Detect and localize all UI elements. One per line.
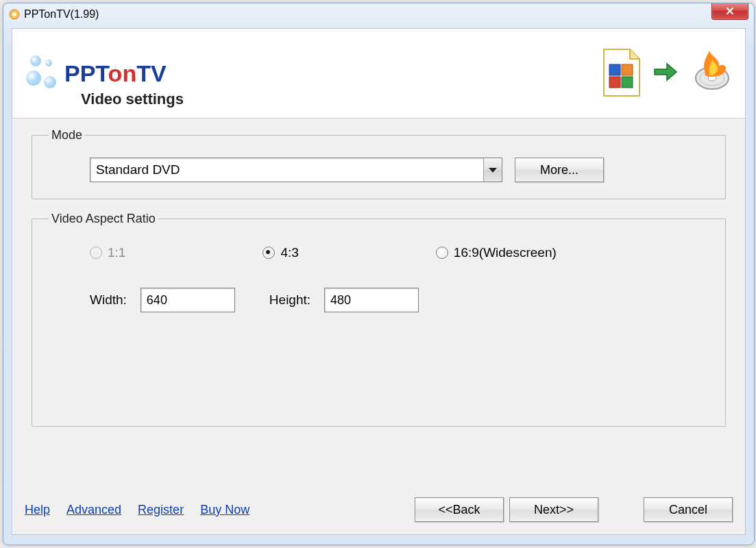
advanced-link[interactable]: Advanced <box>66 503 121 517</box>
app-icon <box>9 9 20 20</box>
footer-links: Help Advanced Register Buy Now <box>25 503 249 517</box>
svg-rect-2 <box>609 64 620 75</box>
height-label: Height: <box>269 292 310 308</box>
aspect-option-label: 1:1 <box>108 245 125 260</box>
mode-group: Mode Standard DVD More... <box>32 128 726 199</box>
mode-selected-value: Standard DVD <box>90 162 483 177</box>
aspect-option-label: 4:3 <box>280 245 298 260</box>
chevron-down-icon[interactable] <box>483 158 502 182</box>
aspect-legend: Video Aspect Ratio <box>49 212 158 226</box>
width-input[interactable] <box>141 288 235 312</box>
window-title: PPTonTV(1.99) <box>24 8 99 21</box>
app-window: PPTonTV(1.99) PPTonTV Video settings <box>3 3 755 545</box>
nav-buttons: <<Back Next>> Cancel <box>415 497 733 522</box>
mode-combobox[interactable]: Standard DVD <box>90 158 502 182</box>
width-label: Width: <box>90 292 127 308</box>
close-icon <box>725 6 735 16</box>
header-icons <box>600 48 731 99</box>
burn-disc-icon <box>689 48 731 99</box>
back-button[interactable]: <<Back <box>415 497 504 522</box>
client-area: PPTonTV Video settings <box>12 28 746 535</box>
titlebar[interactable]: PPTonTV(1.99) <box>3 3 754 25</box>
cancel-button[interactable]: Cancel <box>644 497 733 522</box>
bottom-bar: Help Advanced Register Buy Now <<Back Ne… <box>25 497 733 522</box>
logo-area: PPTonTV <box>26 53 167 94</box>
app-name: PPTonTV <box>64 60 167 87</box>
next-button[interactable]: Next>> <box>509 497 598 522</box>
aspect-option-16-9[interactable]: 16:9(Widescreen) <box>436 245 557 260</box>
close-button[interactable] <box>711 3 748 20</box>
bubbles-icon <box>26 53 60 94</box>
svg-rect-4 <box>609 77 620 88</box>
powerpoint-file-icon <box>600 48 642 99</box>
aspect-option-label: 16:9(Widescreen) <box>454 245 557 260</box>
register-link[interactable]: Register <box>138 503 184 517</box>
logo-tv: TV <box>136 60 166 86</box>
more-button[interactable]: More... <box>515 158 604 182</box>
header-band: PPTonTV Video settings <box>12 29 745 119</box>
height-input[interactable] <box>324 288 419 312</box>
svg-point-1 <box>12 12 16 16</box>
buy-now-link[interactable]: Buy Now <box>200 503 249 517</box>
arrow-right-icon <box>653 62 678 85</box>
mode-legend: Mode <box>49 128 85 142</box>
logo-on: on <box>108 60 137 86</box>
aspect-option-4-3[interactable]: 4:3 <box>263 245 298 260</box>
help-link[interactable]: Help <box>25 503 50 517</box>
aspect-ratio-group: Video Aspect Ratio 1:1 4:3 16:9(Widescre… <box>32 212 726 427</box>
radio-icon <box>436 247 448 259</box>
radio-icon <box>90 247 102 259</box>
radio-icon <box>263 247 275 259</box>
svg-rect-5 <box>622 77 633 88</box>
content-area: Mode Standard DVD More... Video Aspect R… <box>12 119 745 427</box>
page-subtitle: Video settings <box>81 90 184 108</box>
logo-ppt: PPT <box>64 60 108 86</box>
aspect-option-1-1: 1:1 <box>90 245 125 260</box>
svg-rect-3 <box>622 64 633 75</box>
